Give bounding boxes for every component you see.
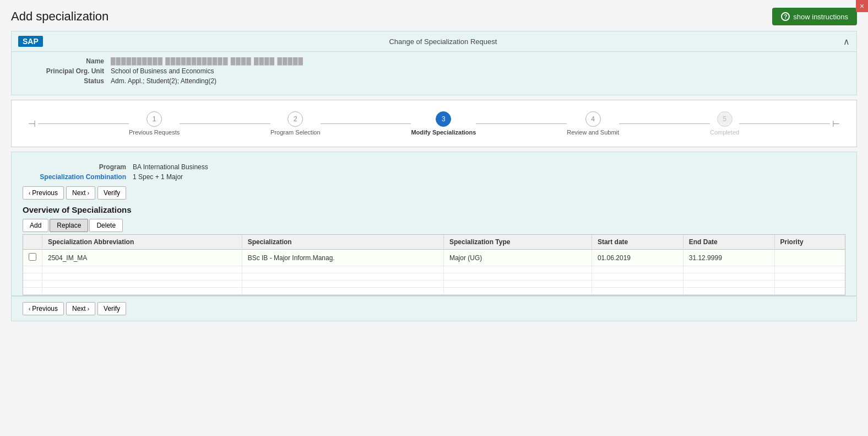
- sap-logo: SAP: [18, 36, 43, 47]
- bottom-next-label: Next: [72, 305, 86, 313]
- cell-start_date: [592, 288, 683, 295]
- col-start-date: Start date: [592, 235, 683, 250]
- cell-start_date: [592, 266, 683, 273]
- top-verify-button[interactable]: Verify: [97, 186, 126, 200]
- show-instructions-button[interactable]: ? show instructions: [772, 8, 857, 25]
- cell-priority: [774, 250, 845, 266]
- bottom-previous-button[interactable]: ‹ Previous: [23, 302, 64, 315]
- connector-1: [180, 123, 270, 124]
- step-3-label: Modify Specializations: [411, 129, 476, 136]
- cell-priority: [774, 273, 845, 281]
- cell-end_date: [683, 281, 774, 288]
- top-previous-button[interactable]: ‹ Previous: [23, 186, 64, 200]
- row-checkbox[interactable]: [29, 253, 36, 261]
- table-body: 2504_IM_MABSc IB - Major Inform.Manag.Ma…: [23, 250, 845, 295]
- col-priority: Priority: [774, 235, 845, 250]
- step-1-circle: 1: [147, 111, 162, 127]
- add-button[interactable]: Add: [23, 219, 48, 232]
- step-5-circle: 5: [717, 111, 733, 127]
- step-2[interactable]: 2 Program Selection: [270, 111, 321, 136]
- col-checkbox: [23, 235, 42, 250]
- cell-priority: [774, 288, 845, 295]
- cell-specialization: [242, 273, 443, 281]
- cell-abbrev: [42, 288, 242, 295]
- bottom-verify-label: Verify: [104, 305, 120, 313]
- program-info: Program BA International Business Specia…: [23, 163, 845, 181]
- cell-start_date: 01.06.2019: [592, 250, 683, 266]
- bottom-next-button[interactable]: Next ›: [66, 302, 95, 315]
- cell-start_date: [592, 281, 683, 288]
- program-label: Program: [23, 163, 133, 171]
- step-4-circle: 4: [585, 111, 601, 127]
- next-chevron-icon: ›: [88, 190, 89, 196]
- cell-end_date: 31.12.9999: [683, 250, 774, 266]
- step-1-label: Previous Requests: [129, 129, 180, 136]
- step-3-circle: 3: [436, 111, 451, 127]
- cell-priority: [774, 266, 845, 273]
- wizard-steps: ⊣ 1 Previous Requests 2 Program Selectio…: [28, 111, 840, 136]
- table-row[interactable]: 2504_IM_MABSc IB - Major Inform.Manag.Ma…: [23, 250, 845, 266]
- name-label: Name: [23, 57, 111, 65]
- top-next-button[interactable]: Next ›: [66, 186, 95, 200]
- sap-panel-title: Change of Specialization Request: [389, 37, 497, 46]
- connector-0: [38, 123, 129, 124]
- specializations-table-container: Specialization Abbreviation Specializati…: [23, 234, 845, 295]
- cell-abbrev: [42, 273, 242, 281]
- cell-start_date: [592, 273, 683, 281]
- status-row: Status Adm. Appl.; Student(2); Attending…: [23, 77, 845, 85]
- replace-button[interactable]: Replace: [50, 219, 88, 232]
- connector-3: [476, 123, 567, 124]
- status-label: Status: [23, 77, 111, 85]
- cell-type: Major (UG): [443, 250, 592, 266]
- cell-end_date: [683, 266, 774, 273]
- delete-button[interactable]: Delete: [89, 219, 123, 232]
- cell-type: [443, 281, 592, 288]
- step-4[interactable]: 4 Review and Submit: [567, 111, 619, 136]
- cell-type: [443, 288, 592, 295]
- wizard-panel: ⊣ 1 Previous Requests 2 Program Selectio…: [11, 100, 857, 147]
- overview-toolbar: Add Replace Delete: [23, 219, 845, 232]
- table-row: [23, 273, 845, 281]
- top-next-label: Next: [72, 189, 86, 197]
- overview-title: Overview of Specializations: [23, 205, 845, 214]
- cell-priority: [774, 281, 845, 288]
- col-type: Specialization Type: [443, 235, 592, 250]
- step-5: 5 Completed: [710, 111, 739, 136]
- name-row: Name ██████████ ████████████ ████ ████ █…: [23, 57, 845, 65]
- table-row: [23, 266, 845, 273]
- close-button[interactable]: ×: [856, 0, 868, 12]
- cell-specialization: BSc IB - Major Inform.Manag.: [242, 250, 443, 266]
- table-row: [23, 288, 845, 295]
- cell-specialization: [242, 288, 443, 295]
- bottom-verify-button[interactable]: Verify: [97, 302, 126, 315]
- spec-combination-value: 1 Spec + 1 Major: [133, 173, 183, 181]
- step-1[interactable]: 1 Previous Requests: [129, 111, 180, 136]
- table-header-row: Specialization Abbreviation Specializati…: [23, 235, 845, 250]
- top-previous-label: Previous: [32, 189, 58, 197]
- step-3[interactable]: 3 Modify Specializations: [411, 111, 476, 136]
- top-verify-label: Verify: [104, 189, 120, 197]
- org-value: School of Business and Economics: [111, 67, 214, 75]
- cell-specialization: [242, 281, 443, 288]
- sap-panel: SAP Change of Specialization Request ∧ N…: [11, 31, 857, 95]
- bottom-previous-label: Previous: [32, 305, 58, 313]
- cell-type: [443, 266, 592, 273]
- page-title: Add specialization: [11, 9, 109, 24]
- program-value: BA International Business: [133, 163, 208, 171]
- show-instructions-label: show instructions: [793, 13, 848, 21]
- help-icon: ?: [781, 12, 790, 21]
- col-abbrev: Specialization Abbreviation: [42, 235, 242, 250]
- table-row: [23, 281, 845, 288]
- cell-abbrev: 2504_IM_MA: [42, 250, 242, 266]
- step-start-marker: ⊣: [28, 119, 36, 129]
- step-end-marker: ⊢: [832, 119, 840, 129]
- step-5-label: Completed: [710, 129, 739, 136]
- content-panel: Program BA International Business Specia…: [11, 152, 857, 296]
- collapse-button[interactable]: ∧: [843, 36, 850, 47]
- status-value: Adm. Appl.; Student(2); Attending(2): [111, 77, 216, 85]
- col-end-date: End Date: [683, 235, 774, 250]
- col-specialization: Specialization: [242, 235, 443, 250]
- connector-4: [619, 123, 710, 124]
- step-4-label: Review and Submit: [567, 129, 619, 136]
- spec-combination-label: Specialization Combination: [23, 173, 133, 181]
